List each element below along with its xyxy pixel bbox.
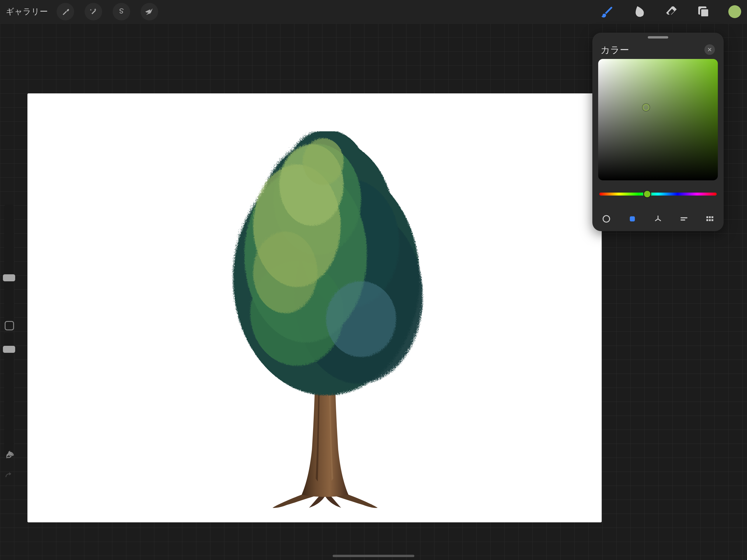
value-icon bbox=[679, 214, 688, 223]
eraser-tool-button[interactable] bbox=[664, 4, 679, 19]
color-tab-palettes[interactable] bbox=[704, 213, 716, 225]
svg-point-12 bbox=[252, 231, 316, 312]
canvas[interactable] bbox=[27, 93, 602, 523]
smudge-tool-button[interactable] bbox=[632, 4, 647, 19]
color-panel[interactable]: カラー bbox=[592, 33, 724, 231]
actions-wrench-button[interactable] bbox=[57, 3, 74, 20]
adjustments-wand-button[interactable] bbox=[85, 3, 102, 20]
color-panel-title: カラー bbox=[598, 39, 718, 59]
undo-icon bbox=[5, 451, 15, 460]
svg-point-14 bbox=[325, 280, 395, 356]
color-mode-tabs bbox=[598, 213, 718, 225]
close-icon bbox=[707, 47, 712, 52]
smudge-icon bbox=[632, 5, 646, 19]
layers-icon bbox=[697, 5, 711, 19]
harmony-icon bbox=[654, 214, 662, 223]
disc-icon bbox=[602, 214, 611, 223]
opacity-thumb[interactable] bbox=[3, 346, 15, 353]
svg-rect-18 bbox=[709, 216, 711, 218]
selection-button[interactable] bbox=[113, 3, 130, 20]
color-swatch-button[interactable] bbox=[728, 5, 741, 18]
saturation-value-box[interactable] bbox=[598, 59, 718, 180]
home-indicator bbox=[333, 555, 414, 557]
redo-icon bbox=[5, 472, 15, 482]
brush-icon bbox=[600, 5, 614, 19]
selection-s-icon bbox=[117, 7, 126, 16]
transform-arrow-button[interactable] bbox=[140, 3, 158, 20]
svg-rect-1 bbox=[701, 9, 709, 17]
sv-cursor[interactable] bbox=[643, 104, 649, 111]
svg-rect-22 bbox=[712, 219, 713, 221]
color-tab-classic[interactable] bbox=[626, 213, 638, 225]
tree-foliage bbox=[220, 131, 430, 400]
redo-button[interactable] bbox=[4, 472, 15, 483]
top-right-tool-group bbox=[600, 4, 741, 19]
wand-icon bbox=[89, 7, 98, 16]
arrow-icon bbox=[145, 7, 154, 16]
layers-button[interactable] bbox=[696, 4, 711, 19]
svg-rect-21 bbox=[709, 219, 711, 221]
palettes-icon bbox=[705, 214, 714, 223]
modify-button[interactable] bbox=[5, 321, 14, 330]
svg-rect-20 bbox=[706, 219, 708, 221]
svg-point-13 bbox=[302, 137, 342, 184]
panel-grabber[interactable] bbox=[648, 36, 668, 39]
svg-rect-19 bbox=[712, 216, 713, 218]
brush-tool-button[interactable] bbox=[600, 4, 615, 19]
brush-size-slider[interactable] bbox=[4, 204, 14, 327]
top-left-tool-group bbox=[57, 3, 158, 20]
svg-rect-17 bbox=[706, 216, 708, 218]
color-tab-disc[interactable] bbox=[600, 213, 612, 225]
color-tab-harmony[interactable] bbox=[652, 213, 664, 225]
hue-thumb[interactable] bbox=[644, 191, 650, 197]
color-tab-value[interactable] bbox=[678, 213, 690, 225]
gallery-button[interactable]: ギャラリー bbox=[6, 6, 48, 17]
close-panel-button[interactable] bbox=[704, 44, 715, 55]
classic-icon bbox=[628, 215, 636, 223]
svg-point-15 bbox=[603, 215, 610, 222]
hue-slider[interactable] bbox=[599, 193, 717, 196]
top-toolbar: ギャラリー bbox=[0, 0, 747, 23]
wrench-icon bbox=[61, 7, 70, 16]
undo-button[interactable] bbox=[4, 450, 15, 461]
eraser-icon bbox=[664, 5, 678, 19]
svg-rect-16 bbox=[630, 216, 635, 221]
brush-size-thumb[interactable] bbox=[3, 274, 15, 281]
tree-artwork bbox=[194, 131, 456, 523]
